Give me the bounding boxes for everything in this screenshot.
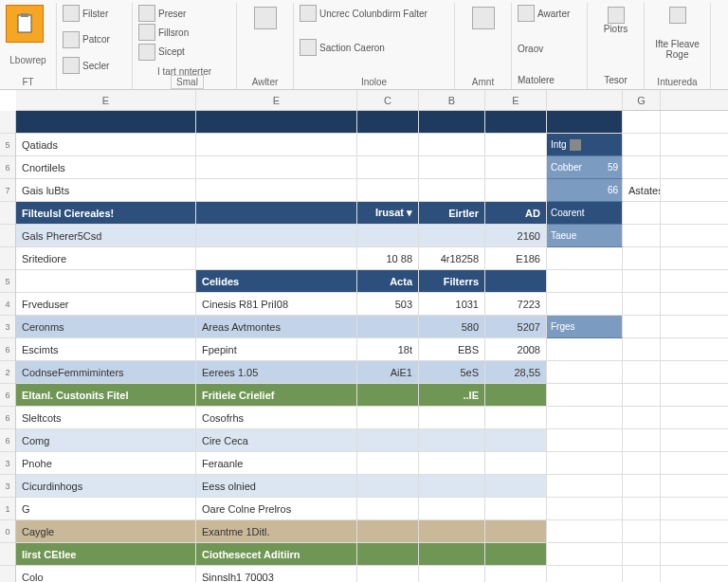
cell[interactable]: Irusat ▾ — [357, 202, 419, 224]
side-cell[interactable]: Coarent — [547, 202, 623, 225]
generic-icon[interactable] — [138, 24, 155, 41]
cell[interactable] — [623, 111, 661, 133]
cell[interactable] — [623, 543, 661, 565]
row-header[interactable]: 6 — [0, 384, 15, 407]
cell[interactable] — [623, 293, 661, 315]
ribbon-item[interactable]: Fillsron — [158, 27, 189, 38]
cell[interactable] — [419, 429, 485, 451]
cell[interactable]: Eltanl. Custonits Fitel — [16, 384, 196, 406]
cell[interactable]: 10 88 — [357, 247, 419, 269]
cell[interactable]: Gais luBts — [16, 179, 196, 201]
row-header[interactable]: 3 — [0, 475, 15, 498]
cell[interactable] — [357, 316, 419, 337]
cell[interactable] — [623, 566, 661, 582]
cell[interactable]: Oare Colne Prelros — [196, 498, 357, 519]
cell[interactable] — [623, 156, 661, 178]
cell[interactable]: 2008 — [485, 338, 547, 360]
cell[interactable] — [485, 407, 547, 428]
cell[interactable]: AiE1 — [357, 361, 419, 383]
cell[interactable]: Sinnslh1 70003 — [196, 566, 357, 582]
cell[interactable] — [196, 202, 357, 224]
cell[interactable]: Fritiele Crielief — [196, 384, 357, 406]
ribbon-btn[interactable] — [461, 5, 505, 31]
generic-icon[interactable] — [138, 44, 155, 61]
cell[interactable]: Eerees 1.05 — [196, 361, 357, 383]
cell[interactable]: Sritediore — [16, 247, 196, 269]
row-header[interactable] — [0, 225, 15, 247]
side-cell[interactable] — [547, 247, 623, 269]
col-header-side[interactable] — [547, 90, 623, 110]
cell[interactable] — [16, 111, 196, 133]
row-header[interactable]: 7 — [0, 179, 15, 202]
row-header[interactable]: 6 — [0, 338, 15, 361]
side-cell[interactable] — [547, 293, 623, 315]
cell[interactable] — [419, 407, 485, 428]
col-header[interactable]: E — [485, 90, 547, 110]
cell[interactable]: Pnohe — [16, 452, 196, 474]
row-header[interactable] — [0, 202, 15, 225]
cell[interactable]: ..IE — [419, 384, 485, 406]
ribbon-btn[interactable] — [243, 5, 287, 31]
cell[interactable]: Exantme 1Ditl. — [196, 520, 357, 542]
cell[interactable] — [357, 111, 419, 133]
cell[interactable] — [357, 452, 419, 474]
cell[interactable]: Cnortilels — [16, 156, 196, 178]
cell[interactable] — [485, 429, 547, 451]
side-cell[interactable]: Frges — [547, 316, 623, 338]
cell[interactable] — [357, 134, 419, 155]
cell[interactable]: 28,55 — [485, 361, 547, 383]
cell[interactable]: Filterrs — [419, 270, 485, 292]
cell[interactable]: Celides — [196, 270, 357, 292]
cell[interactable]: Cinesis R81 PriI08 — [196, 293, 357, 315]
cell[interactable] — [485, 111, 547, 133]
cell[interactable] — [485, 566, 547, 582]
cell[interactable] — [623, 407, 661, 428]
cell[interactable]: CodnseFemmiminters — [16, 361, 196, 383]
cell[interactable]: Astates — [623, 179, 661, 201]
cell[interactable] — [196, 111, 357, 133]
ribbon-item[interactable]: Oraov — [518, 44, 543, 54]
paste-icon[interactable] — [6, 5, 44, 43]
side-cell[interactable] — [547, 498, 623, 519]
cell[interactable]: Eess olnied — [196, 475, 357, 497]
cell[interactable]: 580 — [419, 316, 485, 337]
row-header[interactable]: 2 — [0, 361, 15, 384]
cell[interactable] — [623, 361, 661, 383]
cell[interactable] — [485, 543, 547, 565]
cell[interactable] — [485, 384, 547, 406]
cell[interactable] — [196, 134, 357, 155]
cell[interactable] — [196, 225, 357, 246]
cell[interactable]: Frveduser — [16, 293, 196, 315]
generic-icon[interactable] — [138, 5, 155, 22]
cell[interactable] — [623, 384, 661, 406]
cell[interactable] — [623, 247, 661, 269]
cell[interactable] — [419, 543, 485, 565]
cell[interactable]: E186 — [485, 247, 547, 269]
cell[interactable] — [419, 520, 485, 542]
cell[interactable] — [357, 407, 419, 428]
cell[interactable] — [357, 543, 419, 565]
ribbon-btn[interactable]: Piotrs — [593, 5, 638, 36]
row-header[interactable]: 1 — [0, 498, 15, 520]
ribbon-item[interactable]: Filster — [82, 9, 108, 19]
cell[interactable]: Fpepint — [196, 338, 357, 360]
row-header[interactable]: 3 — [0, 452, 15, 475]
cell[interactable]: Ceronms — [16, 316, 196, 337]
cell[interactable]: Cicurdinhogs — [16, 475, 196, 497]
row-header[interactable]: 6 — [0, 429, 15, 452]
cell[interactable]: 5207 — [485, 316, 547, 337]
cell[interactable]: Cosofrhs — [196, 407, 357, 428]
side-cell[interactable] — [547, 520, 623, 542]
cell[interactable]: 4r18258 — [419, 247, 485, 269]
cell[interactable] — [623, 134, 661, 155]
cell[interactable] — [16, 270, 196, 292]
side-cell[interactable]: 66 — [547, 179, 623, 202]
cell[interactable] — [485, 179, 547, 201]
cell[interactable] — [623, 520, 661, 542]
cell[interactable] — [419, 498, 485, 519]
cell[interactable] — [196, 156, 357, 178]
side-cell[interactable]: Taeue — [547, 225, 623, 247]
cell[interactable]: AD — [485, 202, 547, 224]
cell[interactable]: 18t — [357, 338, 419, 360]
ribbon-item[interactable]: Awarter — [537, 9, 570, 19]
